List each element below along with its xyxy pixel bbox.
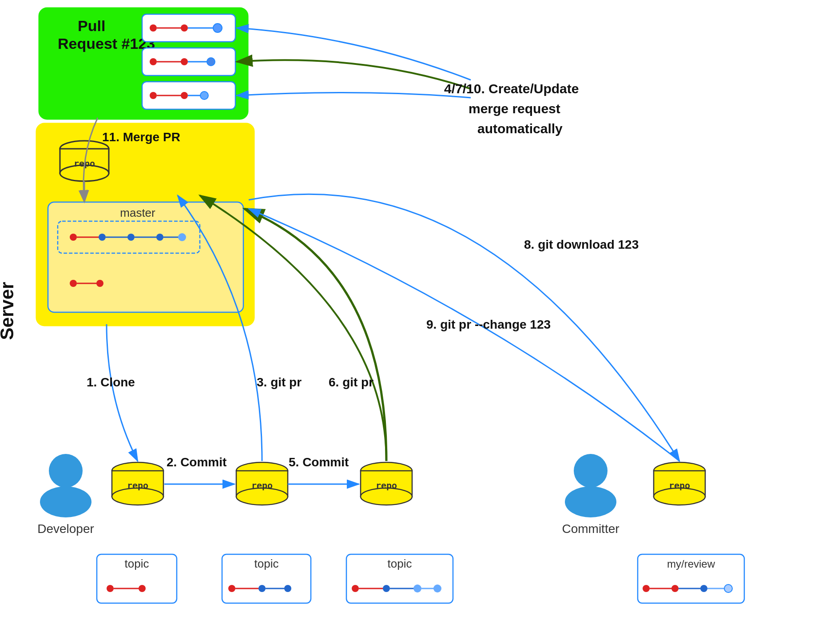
- svg-point-26: [99, 234, 106, 241]
- my-review-label: my/review: [667, 558, 715, 570]
- committer-label: Committer: [562, 522, 619, 536]
- svg-point-9: [181, 58, 188, 65]
- svg-point-52: [228, 585, 235, 592]
- svg-point-7: [150, 58, 157, 65]
- svg-point-30: [156, 234, 163, 241]
- svg-point-40: [49, 454, 83, 488]
- svg-point-15: [181, 92, 188, 99]
- svg-point-1: [150, 24, 157, 32]
- create-update-label-2: merge request: [469, 101, 560, 116]
- svg-point-5: [213, 24, 222, 32]
- svg-point-77: [700, 585, 707, 592]
- svg-point-54: [258, 585, 266, 592]
- svg-point-75: [671, 585, 679, 592]
- svg-point-63: [383, 585, 390, 592]
- repo-label-dev2: repo: [251, 480, 273, 491]
- developer-label: Developer: [37, 522, 94, 536]
- svg-point-68: [574, 454, 608, 488]
- svg-point-24: [70, 234, 77, 241]
- topic-label-1: topic: [125, 557, 149, 570]
- svg-point-11: [207, 58, 215, 66]
- svg-point-69: [565, 486, 616, 517]
- pr-title: Pull: [78, 17, 105, 34]
- svg-point-32: [178, 233, 186, 241]
- svg-point-47: [139, 585, 146, 592]
- svg-point-45: [107, 585, 114, 592]
- git-pr-change-label: 9. git pr --change 123: [426, 318, 551, 331]
- repo-label-dev3: repo: [376, 480, 397, 491]
- svg-point-3: [181, 24, 188, 32]
- svg-point-33: [70, 280, 77, 287]
- repo-label-committer: repo: [669, 480, 690, 491]
- create-update-label-3: automatically: [477, 121, 563, 136]
- svg-point-67: [433, 584, 441, 592]
- repo-label-dev1: repo: [127, 480, 148, 491]
- svg-point-79: [724, 584, 732, 592]
- server-label: Server: [0, 282, 17, 340]
- pr-subtitle: Request #123: [58, 35, 155, 52]
- git-pr1-label: 3. git pr: [257, 375, 302, 389]
- commit1-label: 2. Commit: [167, 455, 226, 469]
- create-update-label-1: 4/7/10. Create/Update: [444, 81, 579, 96]
- svg-point-17: [200, 91, 208, 99]
- topic-label-3: topic: [388, 557, 412, 570]
- commit2-label: 5. Commit: [289, 455, 349, 469]
- svg-point-73: [643, 585, 650, 592]
- svg-point-41: [40, 486, 91, 517]
- svg-point-56: [284, 585, 291, 592]
- git-download-label: 8. git download 123: [524, 238, 639, 251]
- clone-label: 1. Clone: [87, 375, 135, 389]
- git-pr2-label: 6. git pr: [329, 375, 373, 389]
- svg-point-13: [150, 92, 157, 99]
- svg-point-28: [127, 234, 135, 241]
- topic-label-2: topic: [254, 557, 279, 570]
- merge-pr-label: 11. Merge PR: [102, 130, 180, 144]
- master-label: master: [120, 206, 155, 219]
- svg-point-35: [96, 280, 103, 287]
- svg-point-65: [413, 584, 421, 592]
- svg-point-61: [352, 585, 359, 592]
